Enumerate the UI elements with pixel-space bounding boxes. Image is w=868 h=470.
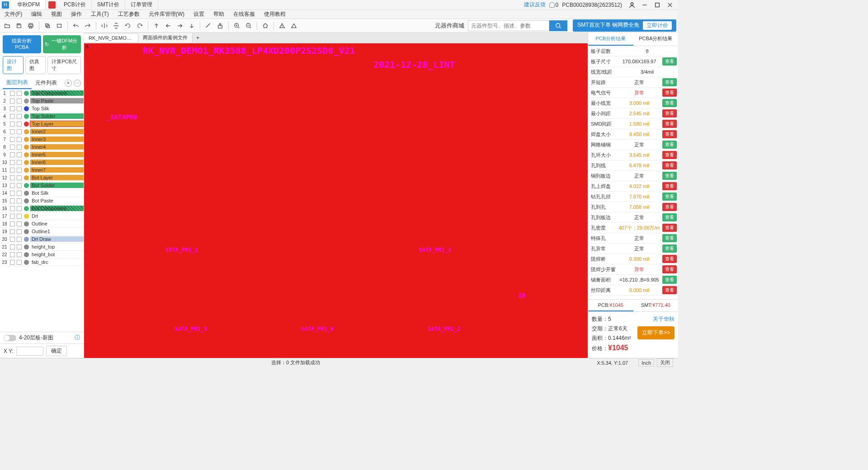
search-input[interactable] (468, 20, 549, 31)
nav-right-icon[interactable] (175, 20, 185, 31)
layer-check-1[interactable] (10, 214, 15, 219)
param-view-button[interactable]: 查看 (662, 78, 677, 86)
layer-check-2[interactable] (17, 122, 22, 127)
layer-row[interactable]: 7Inner3 (0, 136, 84, 143)
layer-row[interactable]: 5Top Layer (0, 120, 84, 128)
layer-row[interactable]: 2Top Paste (0, 97, 84, 105)
titlebar-tab-orders[interactable]: 订单管理 (125, 0, 158, 9)
layer-check-2[interactable] (17, 175, 22, 180)
layer-check-1[interactable] (10, 168, 15, 173)
layer-check-2[interactable] (17, 91, 22, 96)
measure-icon[interactable] (203, 20, 214, 31)
zoom-out-icon[interactable] (243, 20, 254, 31)
file-tab-0[interactable]: RK_NVR_DEMO1_RK3... (84, 34, 138, 42)
layer-check-1[interactable] (10, 198, 15, 203)
layer-row[interactable]: 19Outline1 (0, 228, 84, 235)
layer-check-1[interactable] (10, 106, 15, 111)
rotate-left-icon[interactable] (123, 20, 133, 31)
layer-check-2[interactable] (17, 191, 22, 196)
app-name-tab[interactable]: 华秋DFM (12, 0, 46, 9)
layer-row[interactable]: 9Inner5 (0, 151, 84, 159)
layer-check-1[interactable] (10, 229, 15, 234)
warn-icon[interactable] (277, 20, 288, 31)
layer-row[interactable]: 6Inner2 (0, 128, 84, 136)
param-view-button[interactable]: 查看 (662, 234, 677, 242)
param-view-button[interactable]: 查看 (662, 213, 677, 221)
layer-check-2[interactable] (17, 106, 22, 111)
order-now-button[interactable]: 立即下单>> (637, 326, 675, 339)
param-view-button[interactable]: 查看 (662, 120, 677, 128)
layer-row[interactable]: 4Top Solder (0, 113, 84, 120)
layer-check-1[interactable] (10, 152, 15, 157)
layer-check-1[interactable] (10, 129, 15, 134)
tri-icon[interactable] (288, 20, 299, 31)
layer-check-1[interactable] (10, 221, 15, 226)
param-view-button[interactable]: 查看 (662, 161, 677, 169)
layer-check-2[interactable] (17, 221, 22, 226)
layer-check-2[interactable] (17, 260, 22, 265)
menu-5[interactable]: 工艺参数 (115, 9, 142, 19)
layer-check-1[interactable] (10, 244, 15, 249)
layer-check-2[interactable] (17, 237, 22, 242)
user-icon[interactable] (626, 0, 638, 10)
layer-row[interactable]: 3Top Silk (0, 105, 84, 113)
layer-row[interactable]: 20Drl Draw (0, 235, 84, 243)
flip-h-icon[interactable] (99, 20, 110, 31)
menu-6[interactable]: 元件库管理(W) (146, 9, 187, 19)
param-view-button[interactable]: 查看 (662, 203, 677, 211)
tab-pcb-results[interactable]: PCB分析结果 (588, 33, 633, 46)
menu-0[interactable]: 文件(F) (2, 9, 25, 19)
layer-settings-icon[interactable]: ⋯ (74, 80, 81, 87)
layer-check-2[interactable] (17, 244, 22, 249)
layer-check-2[interactable] (17, 129, 22, 134)
tab-components[interactable]: 元件列表 (32, 77, 61, 89)
layer-check-1[interactable] (10, 160, 15, 165)
feedback-link[interactable]: 建议反馈 (524, 1, 546, 9)
layer-check-2[interactable] (17, 114, 22, 119)
about-link[interactable]: 关于华秋 (653, 315, 675, 323)
param-view-button[interactable]: 查看 (662, 193, 677, 201)
param-view-button[interactable]: 查看 (662, 89, 677, 97)
tab-layers[interactable]: 图层列表 (3, 77, 32, 89)
xy-ok-button[interactable]: 确定 (46, 346, 67, 356)
assembly-analysis-button[interactable]: 组装分析 PCBA (3, 35, 41, 53)
save-icon[interactable] (14, 20, 24, 31)
nav-up-icon[interactable] (151, 20, 162, 31)
menu-2[interactable]: 视图 (48, 9, 65, 19)
design-view-button[interactable]: 设计图 (3, 56, 24, 74)
param-view-button[interactable]: 查看 (662, 276, 677, 284)
layer-row[interactable]: 1Top Component (0, 89, 84, 97)
param-view-button[interactable]: 查看 (662, 286, 677, 294)
flip-v-icon[interactable] (111, 20, 122, 31)
layer-check-1[interactable] (10, 252, 15, 257)
price-tab-pcb[interactable]: PCB:¥1045 (588, 300, 633, 311)
layer-row[interactable]: 12Bot Layer (0, 174, 84, 182)
layer-check-1[interactable] (10, 260, 15, 265)
layer-check-1[interactable] (10, 114, 15, 119)
titlebar-tab-smt[interactable]: SMT计价 (92, 0, 125, 9)
nav-down-icon[interactable] (186, 20, 197, 31)
redo-icon[interactable] (82, 20, 93, 31)
zoom-in-icon[interactable] (231, 20, 242, 31)
layer-row[interactable]: 14Bot Silk (0, 189, 84, 197)
copy-icon[interactable] (42, 20, 53, 31)
print-icon[interactable] (25, 20, 36, 31)
layer-check-2[interactable] (17, 137, 22, 142)
layer-check-1[interactable] (10, 237, 15, 242)
layer-check-2[interactable] (17, 99, 22, 103)
layer-check-2[interactable] (17, 168, 22, 173)
undo-icon[interactable] (71, 20, 81, 31)
price-tab-smt[interactable]: SMT:¥771.40 (633, 300, 679, 311)
param-view-button[interactable]: 查看 (662, 172, 677, 180)
layer-check-2[interactable] (17, 145, 22, 150)
minimize-button[interactable] (638, 0, 651, 10)
info-icon[interactable]: ⓘ (75, 334, 80, 342)
promo-banner[interactable]: SMT首次下单 钢网费全免 立即计价 (573, 19, 676, 32)
sim-view-button[interactable]: 仿真图 (25, 56, 46, 74)
nav-left-icon[interactable] (163, 20, 174, 31)
layer-check-1[interactable] (10, 175, 15, 180)
layer-check-2[interactable] (17, 214, 22, 219)
export-icon[interactable] (215, 20, 226, 31)
dfm-analysis-button[interactable]: 一键DFM分析 (43, 35, 81, 53)
layer-row[interactable]: 21height_top (0, 243, 84, 251)
